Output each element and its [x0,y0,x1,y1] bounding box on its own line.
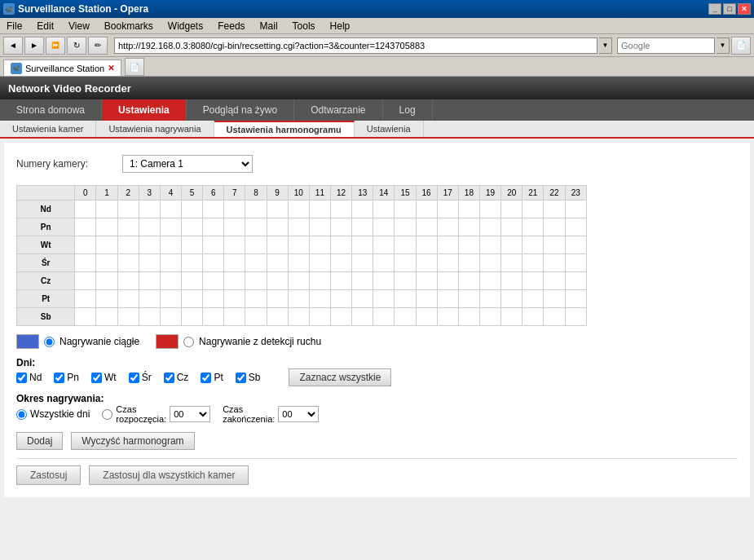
checkbox-pt[interactable] [201,373,211,383]
cell-pn-21[interactable] [523,218,544,236]
cell-nd-14[interactable] [373,201,395,218]
cell-pt-17[interactable] [437,290,458,308]
menu-edit[interactable]: Edit [33,20,57,33]
page-button[interactable]: 📄 [731,37,751,55]
cell-pn-11[interactable] [309,218,330,236]
cell-cz-8[interactable] [245,272,267,290]
cell-pt-21[interactable] [523,290,544,308]
cell-sr-0[interactable] [75,254,96,272]
cell-cz-3[interactable] [139,272,160,290]
cell-sr-20[interactable] [501,254,523,272]
cell-cz-16[interactable] [416,272,437,290]
camera-select[interactable]: 1: Camera 1 2: Camera 2 3: Camera 3 [122,155,253,173]
checkbox-pn[interactable] [54,373,64,383]
cell-sb-4[interactable] [160,308,181,326]
clear-button[interactable]: Wyczyść harmonogram [71,432,194,450]
cell-cz-11[interactable] [309,272,330,290]
cell-pn-0[interactable] [75,218,96,236]
cell-pt-20[interactable] [501,290,523,308]
close-button[interactable]: ✕ [738,3,751,15]
cell-sr-17[interactable] [437,254,458,272]
cell-pt-16[interactable] [416,290,437,308]
nav-tab-live[interactable]: Podgląd na żywo [187,99,294,121]
cell-sr-5[interactable] [182,254,203,272]
cell-nd-22[interactable] [544,201,565,218]
cell-sb-2[interactable] [117,308,139,326]
cell-cz-13[interactable] [352,272,373,290]
cell-sb-20[interactable] [501,308,523,326]
cell-pt-6[interactable] [203,290,224,308]
search-dropdown[interactable]: ▼ [717,37,730,54]
all-days-radio[interactable] [16,409,27,420]
cell-sb-18[interactable] [458,308,479,326]
menu-widgets[interactable]: Widgets [165,20,206,33]
cell-pn-8[interactable] [245,218,267,236]
cell-wt-10[interactable] [288,236,309,254]
add-button[interactable]: Dodaj [16,432,63,450]
cell-cz-22[interactable] [544,272,565,290]
browser-tab-surveillance[interactable]: 📹 Surveillance Station ✕ [3,60,121,76]
cell-pt-11[interactable] [309,290,330,308]
start-time-select[interactable]: 000102 [170,406,210,422]
cell-wt-9[interactable] [267,236,288,254]
menu-mail[interactable]: Mail [257,20,281,33]
cell-nd-9[interactable] [267,201,288,218]
fast-forward-button[interactable]: ⏩ [46,37,65,55]
cell-sb-19[interactable] [479,308,500,326]
cell-sb-8[interactable] [245,308,267,326]
cell-pn-6[interactable] [203,218,224,236]
motion-radio[interactable] [183,337,194,347]
cell-wt-1[interactable] [96,236,117,254]
cell-cz-20[interactable] [501,272,523,290]
new-tab-button[interactable]: 📄 [125,58,144,76]
cell-nd-2[interactable] [117,201,139,218]
cell-cz-9[interactable] [267,272,288,290]
continuous-radio[interactable] [44,337,55,347]
cell-wt-21[interactable] [523,236,544,254]
cell-wt-23[interactable] [565,236,586,254]
cell-nd-7[interactable] [224,201,245,218]
cell-cz-18[interactable] [458,272,479,290]
cell-sr-10[interactable] [288,254,309,272]
cell-nd-3[interactable] [139,201,160,218]
minimize-button[interactable]: _ [708,3,721,15]
cell-nd-12[interactable] [331,201,352,218]
cell-pt-8[interactable] [245,290,267,308]
cell-pt-12[interactable] [331,290,352,308]
cell-sr-3[interactable] [139,254,160,272]
cell-sb-14[interactable] [373,308,395,326]
cell-pn-23[interactable] [565,218,586,236]
cell-pn-4[interactable] [160,218,181,236]
back-button[interactable]: ◄ [3,37,23,55]
cell-pn-10[interactable] [288,218,309,236]
cell-sb-21[interactable] [523,308,544,326]
reload-button[interactable]: ↻ [67,37,86,55]
nav-tab-playback[interactable]: Odtwarzanie [294,99,382,121]
cell-cz-10[interactable] [288,272,309,290]
checkbox-wt[interactable] [91,373,102,383]
cell-wt-8[interactable] [245,236,267,254]
cell-nd-16[interactable] [416,201,437,218]
cell-pn-14[interactable] [373,218,395,236]
cell-pn-7[interactable] [224,218,245,236]
checkbox-sb[interactable] [236,373,246,383]
cell-wt-5[interactable] [182,236,203,254]
cell-sr-7[interactable] [224,254,245,272]
cell-sr-18[interactable] [458,254,479,272]
cell-sr-2[interactable] [117,254,139,272]
cell-pn-16[interactable] [416,218,437,236]
cell-sb-9[interactable] [267,308,288,326]
cell-pn-15[interactable] [395,218,416,236]
cell-wt-11[interactable] [309,236,330,254]
nav-tab-home[interactable]: Strona domowa [0,99,102,121]
menu-help[interactable]: Help [327,20,354,33]
cell-pt-10[interactable] [288,290,309,308]
cell-sb-16[interactable] [416,308,437,326]
menu-file[interactable]: File [3,20,25,33]
cell-wt-3[interactable] [139,236,160,254]
forward-button[interactable]: ► [24,37,44,55]
cell-nd-19[interactable] [479,201,500,218]
cell-sr-16[interactable] [416,254,437,272]
cell-nd-21[interactable] [523,201,544,218]
cell-cz-5[interactable] [182,272,203,290]
